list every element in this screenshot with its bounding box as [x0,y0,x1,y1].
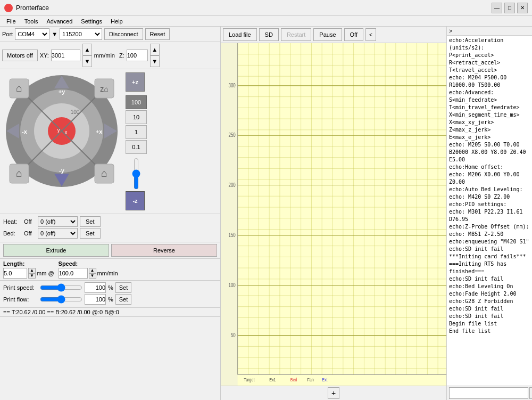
svg-text:100: 100 [229,282,236,288]
port-row: Port COM4 ▼ 115200 Disconnect Reset [0,27,220,42]
graph-bottom: + [221,386,446,400]
mult-1-button[interactable]: 1 [126,125,147,139]
z-minus-button[interactable]: -z [126,191,145,210]
main-area: Port COM4 ▼ 115200 Disconnect Reset Moto… [0,27,532,400]
z-slider-area [126,158,147,190]
print-speed-slider[interactable] [40,283,82,292]
motors-off-button[interactable]: Motors off [2,50,38,61]
bed-select[interactable]: 0 (off) [38,228,78,239]
jog-area: ⌂ z⌂ ⌂ ⌂ +y -y -x [0,69,220,214]
z-input[interactable] [127,50,148,61]
console-output: echo:Acceleration (units/s2): P<print_ac… [447,36,532,386]
restart-button[interactable]: Restart [281,28,311,41]
off-button[interactable]: Off [344,28,363,41]
print-speed-row: Print speed: % Set [3,282,217,293]
extrude-button[interactable]: Extrude [3,244,109,257]
length-label: Length: [3,260,54,267]
menu-file[interactable]: File [2,17,20,26]
length-group: Length: ▲ ▼ mm @ [3,260,54,279]
mult-100-button[interactable]: 100 [126,95,147,109]
length-up[interactable]: ▲ [28,268,36,273]
print-flow-input[interactable] [85,294,106,305]
svg-text:Bed: Bed [290,377,297,382]
speed-input-row: ▲ ▼ mm/min [59,268,118,279]
app-icon [4,4,13,12]
port-label: Port [2,31,13,37]
heat-set-button[interactable]: Set [80,216,101,227]
extrude-row: Extrude Reverse [0,242,220,259]
motors-row: Motors off XY: ▲ ▼ mm/min Z: ▲ ▼ [0,42,220,69]
length-down[interactable]: ▼ [28,273,36,279]
status-text: == T:20.62 /0.00 == B:20.62 /0.00 @:0 B@… [3,309,119,315]
svg-text:300: 300 [229,83,236,88]
svg-text:250: 250 [229,132,236,138]
z-spinner: ▲ ▼ [150,44,160,67]
mult-10-button[interactable]: 10 [126,110,147,124]
svg-text:y: y [57,127,60,133]
length-input[interactable] [3,268,27,279]
print-speed-set[interactable]: Set [115,282,132,293]
xy-spinner: ▲ ▼ [82,44,92,67]
length-input-row: ▲ ▼ mm @ [3,268,54,279]
menu-help[interactable]: Help [106,17,127,26]
disconnect-button[interactable]: Disconnect [104,28,143,40]
mult-01-button[interactable]: 0.1 [126,140,147,154]
svg-text:⌂: ⌂ [16,167,22,179]
temperature-graph: 300 250 200 150 100 50 Target Ex1 Bed Fa… [221,43,446,386]
heat-state: Off [24,218,36,225]
svg-text:-x: -x [22,128,28,135]
svg-text:-y: -y [59,167,65,174]
z-up[interactable]: ▲ [150,44,160,55]
speed-up[interactable]: ▲ [89,268,96,273]
baud-select[interactable]: 115200 [60,28,102,40]
svg-text:Fan: Fan [307,377,314,382]
xy-up[interactable]: ▲ [82,44,92,55]
heat-select[interactable]: 0 (off) [38,216,78,227]
speed-input[interactable] [59,268,88,279]
svg-text:Ex1: Ex1 [269,377,276,382]
speed-down[interactable]: ▼ [89,273,96,279]
svg-text:z⌂: z⌂ [100,85,108,93]
speed-unit: mm/min [97,270,118,276]
print-speed-input[interactable] [85,282,106,293]
console-expand-button[interactable]: > [449,28,452,34]
close-button[interactable]: ✕ [517,3,528,13]
reverse-button[interactable]: Reverse [111,244,217,257]
bed-set-button[interactable]: Set [80,228,101,239]
speed-label: Speed: [59,260,118,267]
speed-flow-section: Print speed: % Set Print flow: % Set [0,281,220,308]
z-controls: +z 100 10 1 0.1 -z [126,72,147,210]
maximize-button[interactable]: □ [504,3,515,13]
minimize-button[interactable]: — [492,3,502,13]
reset-button[interactable]: Reset [145,28,170,40]
load-file-button[interactable]: Load file [223,28,257,41]
xy-label: XY: [40,52,49,59]
svg-text:100: 100 [71,109,80,115]
z-plus-button[interactable]: +z [126,72,145,92]
svg-text:+y: +y [59,88,65,95]
console-input[interactable] [449,387,528,399]
menu-tools[interactable]: Tools [20,17,43,26]
xy-input[interactable] [51,50,80,61]
z-down[interactable]: ▼ [150,55,160,67]
jog-svg: ⌂ z⌂ ⌂ ⌂ +y -y -x [3,72,120,190]
menu-settings[interactable]: Settings [77,17,106,26]
svg-rect-25 [221,43,446,386]
xy-down[interactable]: ▼ [82,55,92,67]
svg-text:200: 200 [229,182,236,188]
graph-add-button[interactable]: + [328,387,339,399]
status-row: == T:20.62 /0.00 == B:20.62 /0.00 @:0 B@… [0,308,220,317]
menu-advanced[interactable]: Advanced [42,17,77,26]
collapse-button[interactable]: < [365,28,376,41]
speed-group: Speed: ▲ ▼ mm/min [59,260,118,279]
graph-area: 300 250 200 150 100 50 Target Ex1 Bed Fa… [221,43,446,386]
port-select[interactable]: COM4 [15,28,49,40]
pause-button[interactable]: Pause [313,28,342,41]
z-slider[interactable] [131,158,142,190]
console-send-button[interactable]: Send [529,387,532,399]
print-flow-slider[interactable] [40,295,82,304]
sd-button[interactable]: SD [259,28,279,41]
print-flow-row: Print flow: % Set [3,294,217,305]
print-flow-set[interactable]: Set [115,294,132,305]
left-panel: Port COM4 ▼ 115200 Disconnect Reset Moto… [0,27,221,400]
